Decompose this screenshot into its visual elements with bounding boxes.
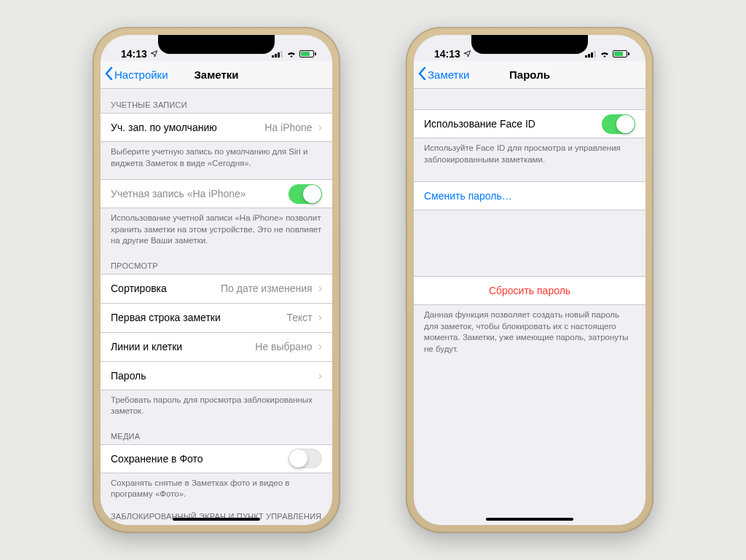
- cell-label: Учетная запись «На iPhone»: [111, 188, 246, 200]
- cell-label: Сохранение в Фото: [111, 453, 203, 465]
- screen-left: 14:13 На: [101, 35, 332, 525]
- cell-label: Уч. зап. по умолчанию: [111, 122, 217, 133]
- cell-label: Первая строка заметки: [111, 312, 221, 323]
- status-time: 14:13: [434, 48, 460, 60]
- section-footer: Данная функция позволяет создать новый п…: [414, 305, 645, 358]
- cell-label: Линии и клетки: [111, 341, 182, 352]
- cell-sort[interactable]: Сортировка По дате изменения ›: [101, 274, 332, 303]
- cellular-icon: [272, 48, 283, 60]
- chevron-left-icon: [105, 67, 113, 82]
- reset-password-button: Сбросить пароль: [424, 285, 635, 296]
- section-header-accounts: УЧЕТНЫЕ ЗАПИСИ: [101, 89, 332, 113]
- back-button[interactable]: Заметки: [414, 67, 469, 82]
- phone-right: 14:13 За: [406, 27, 653, 533]
- svg-rect-6: [591, 52, 593, 58]
- section-footer: Требовать пароль для просмотра заблокиро…: [101, 390, 332, 420]
- content[interactable]: Использование Face ID Используйте Face I…: [414, 89, 645, 525]
- toggle-save-photo[interactable]: [288, 449, 322, 468]
- chevron-right-icon: ›: [318, 340, 322, 353]
- chevron-right-icon: ›: [318, 121, 322, 134]
- notch: [471, 35, 588, 54]
- battery-icon: [299, 50, 316, 58]
- change-password-link: Сменить пароль…: [424, 190, 512, 202]
- home-indicator[interactable]: [173, 518, 260, 521]
- nav-title: Пароль: [509, 68, 550, 81]
- section-header-locked: ЗАБЛОКИРОВАННЫЙ ЭКРАН И ПУНКТ УПРАВЛЕНИЯ: [101, 503, 332, 524]
- cell-faceid[interactable]: Использование Face ID: [414, 109, 645, 138]
- content[interactable]: УЧЕТНЫЕ ЗАПИСИ Уч. зап. по умолчанию На …: [101, 89, 332, 525]
- toggle-on-iphone[interactable]: [288, 184, 322, 204]
- nav-bar: Настройки Заметки: [101, 61, 332, 89]
- section-footer: Использование учетной записи «На iPhone»…: [101, 208, 332, 250]
- cell-default-account[interactable]: Уч. зап. по умолчанию На iPhone ›: [101, 113, 332, 142]
- svg-rect-3: [280, 51, 283, 58]
- battery-icon: [613, 50, 629, 58]
- chevron-right-icon: ›: [318, 282, 322, 295]
- section-header-media: МЕДИА: [101, 420, 332, 444]
- svg-rect-5: [588, 54, 590, 58]
- svg-rect-1: [275, 54, 277, 58]
- notch: [158, 35, 275, 54]
- section-header-view: ПРОСМОТР: [101, 250, 332, 274]
- svg-rect-0: [272, 55, 274, 58]
- location-icon: [463, 48, 471, 60]
- toggle-faceid[interactable]: [602, 114, 635, 134]
- cell-change-password[interactable]: Сменить пароль…: [414, 181, 645, 210]
- cell-reset-password[interactable]: Сбросить пароль: [414, 276, 645, 305]
- cell-label: Использование Face ID: [424, 118, 535, 130]
- status-time: 14:13: [121, 48, 147, 60]
- cell-on-iphone[interactable]: Учетная запись «На iPhone»: [101, 179, 332, 208]
- svg-rect-4: [585, 55, 587, 58]
- svg-rect-2: [278, 52, 280, 58]
- cell-lines[interactable]: Линии и клетки Не выбрано ›: [101, 332, 332, 361]
- nav-bar: Заметки Пароль: [414, 61, 645, 89]
- wifi-icon: [600, 48, 610, 60]
- cell-value: На iPhone: [264, 122, 316, 133]
- section-footer: Сохранять снятые в Заметках фото и видео…: [101, 473, 332, 503]
- section-footer: Выберите учетную запись по умолчанию для…: [101, 142, 332, 172]
- wifi-icon: [286, 48, 297, 60]
- cell-save-photo[interactable]: Сохранение в Фото: [101, 444, 332, 473]
- cell-first-line[interactable]: Первая строка заметки Текст ›: [101, 303, 332, 332]
- section-footer: Используйте Face ID для просмотра и упра…: [414, 138, 645, 168]
- svg-rect-7: [594, 51, 596, 58]
- cellular-icon: [585, 48, 597, 60]
- cell-password[interactable]: Пароль ›: [101, 361, 332, 390]
- cell-value: Не выбрано: [255, 341, 316, 352]
- cell-value: По дате изменения: [221, 283, 317, 294]
- location-icon: [150, 48, 158, 60]
- chevron-right-icon: ›: [318, 369, 322, 382]
- phone-left: 14:13 На: [93, 27, 340, 533]
- back-label: Настройки: [114, 68, 168, 81]
- back-label: Заметки: [428, 68, 469, 81]
- chevron-left-icon: [418, 67, 426, 82]
- cell-label: Пароль: [111, 370, 146, 382]
- screen-right: 14:13 За: [414, 35, 645, 525]
- cell-label: Сортировка: [111, 283, 167, 294]
- nav-title: Заметки: [194, 68, 238, 81]
- home-indicator[interactable]: [486, 518, 573, 521]
- cell-value: Текст: [286, 312, 316, 323]
- chevron-right-icon: ›: [318, 311, 322, 324]
- back-button[interactable]: Настройки: [101, 67, 168, 82]
